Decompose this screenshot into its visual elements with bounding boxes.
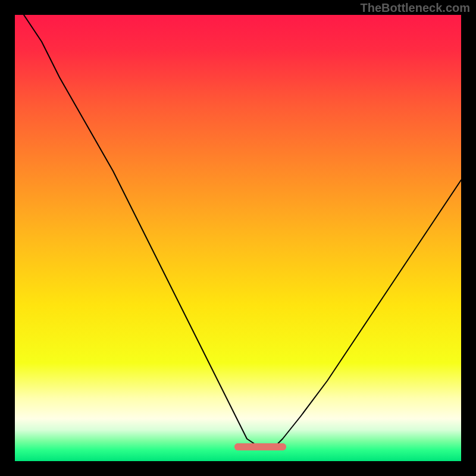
watermark-text: TheBottleneck.com (361, 1, 470, 15)
chart-frame: TheBottleneck.com (0, 0, 476, 476)
plot-area (15, 15, 461, 461)
bottleneck-curve (15, 15, 461, 461)
svg-point-1 (234, 443, 242, 450)
svg-point-2 (279, 443, 286, 450)
